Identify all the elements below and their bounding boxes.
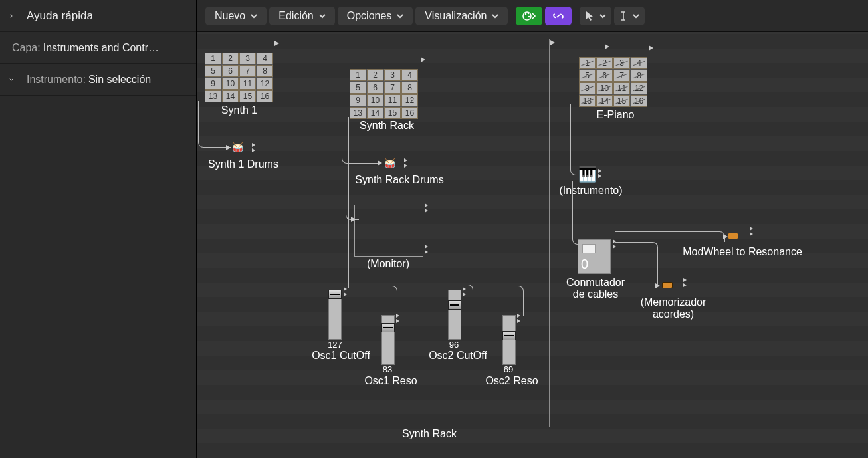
instrument-row[interactable]: Instrumento: Sin selección bbox=[0, 64, 196, 96]
chevron-down-icon bbox=[9, 74, 20, 85]
layer-row[interactable]: Capa: Instruments and Contr… bbox=[0, 32, 196, 64]
view-menu[interactable]: Visualización bbox=[415, 6, 508, 26]
channel-cell[interactable]: 11 bbox=[613, 82, 630, 94]
palette-icon bbox=[522, 10, 536, 22]
fader-thumb[interactable] bbox=[502, 331, 516, 340]
svg-point-2 bbox=[528, 12, 530, 14]
link-icon bbox=[552, 11, 565, 21]
pointer-icon bbox=[585, 11, 594, 21]
output-connector-icon bbox=[598, 169, 605, 178]
channel-cell[interactable]: 14 bbox=[596, 95, 613, 107]
environment-canvas[interactable]: Synth Rack 12345678910111213141516 Synth… bbox=[197, 32, 868, 458]
channel-cell[interactable]: 8 bbox=[631, 70, 647, 82]
channel-cell[interactable]: 6 bbox=[596, 70, 613, 82]
chevron-down-icon bbox=[251, 13, 257, 19]
cable-input-icon bbox=[226, 145, 231, 150]
synth-rack-frame-label: Synth Rack bbox=[396, 428, 463, 440]
output-triangle-icon bbox=[649, 45, 653, 51]
synth-rack-multi[interactable]: 12345678910111213141516 bbox=[350, 69, 418, 119]
channel-cell[interactable]: 4 bbox=[257, 53, 273, 64]
channel-cell[interactable]: 9 bbox=[205, 78, 221, 90]
channel-cell[interactable]: 16 bbox=[257, 90, 273, 102]
midi-thru-button[interactable] bbox=[515, 6, 543, 26]
output-triangle-icon bbox=[274, 41, 279, 46]
pointer-tool[interactable] bbox=[579, 6, 612, 26]
channel-cell[interactable]: 7 bbox=[613, 70, 630, 82]
channel-cell[interactable]: 9 bbox=[579, 82, 596, 94]
channel-cell[interactable]: 12 bbox=[257, 78, 273, 90]
channel-cell[interactable]: 3 bbox=[613, 57, 630, 69]
keyboard-icon: 🎹 bbox=[578, 166, 596, 183]
view-label: Visualización bbox=[425, 10, 487, 22]
channel-cell[interactable]: 5 bbox=[350, 82, 366, 94]
channel-cell[interactable]: 12 bbox=[631, 82, 647, 94]
channel-cell[interactable]: 6 bbox=[367, 82, 383, 94]
channel-cell[interactable]: 12 bbox=[401, 94, 418, 106]
synth1-multi[interactable]: 12345678910111213141516 bbox=[205, 53, 273, 102]
channel-cell[interactable]: 7 bbox=[239, 65, 256, 77]
switch-value: 0 bbox=[581, 257, 588, 272]
chevron-down-icon bbox=[599, 13, 606, 19]
channel-cell[interactable]: 4 bbox=[401, 69, 418, 81]
channel-cell[interactable]: 5 bbox=[579, 70, 596, 82]
channel-cell[interactable]: 8 bbox=[257, 65, 273, 77]
channel-cell[interactable]: 16 bbox=[401, 107, 418, 119]
channel-cell[interactable]: 10 bbox=[222, 78, 239, 90]
svg-point-0 bbox=[523, 12, 531, 20]
output-connector-icon bbox=[425, 245, 431, 254]
cable bbox=[351, 286, 524, 316]
osc2-cutoff-label: Osc2 CutOff bbox=[421, 350, 494, 362]
output-connector-icon bbox=[404, 158, 411, 168]
link-button[interactable] bbox=[544, 6, 572, 26]
memorizador-label: (Memorizador acordes) bbox=[630, 296, 716, 320]
channel-cell[interactable]: 2 bbox=[367, 69, 383, 81]
channel-cell[interactable]: 2 bbox=[222, 53, 239, 64]
e-piano-multi[interactable]: 12345678910111213141516 bbox=[579, 57, 647, 107]
cable bbox=[346, 117, 359, 220]
cable bbox=[198, 101, 231, 148]
channel-cell[interactable]: 1 bbox=[205, 53, 221, 64]
options-menu[interactable]: Opciones bbox=[337, 6, 414, 26]
channel-cell[interactable]: 6 bbox=[222, 65, 239, 77]
channel-cell[interactable]: 3 bbox=[384, 69, 401, 81]
output-triangle-icon bbox=[605, 44, 609, 49]
channel-cell[interactable]: 10 bbox=[367, 94, 383, 106]
channel-cell[interactable]: 9 bbox=[350, 94, 366, 106]
edit-menu[interactable]: Edición bbox=[269, 6, 335, 26]
monitor-label: (Monitor) bbox=[355, 258, 421, 270]
channel-cell[interactable]: 4 bbox=[631, 57, 647, 69]
monitor-object[interactable] bbox=[354, 205, 423, 257]
channel-cell[interactable]: 7 bbox=[384, 82, 401, 94]
cable-switcher[interactable]: 0 bbox=[578, 239, 611, 274]
channel-cell[interactable]: 5 bbox=[205, 65, 221, 77]
svg-point-1 bbox=[525, 13, 527, 15]
channel-cell[interactable]: 8 bbox=[401, 82, 418, 94]
channel-cell[interactable]: 16 bbox=[631, 95, 647, 107]
channel-cell[interactable]: 15 bbox=[613, 95, 630, 107]
new-menu[interactable]: Nuevo bbox=[205, 6, 267, 26]
channel-cell[interactable]: 11 bbox=[384, 94, 401, 106]
new-label: Nuevo bbox=[215, 10, 245, 22]
channel-cell[interactable]: 10 bbox=[596, 82, 613, 94]
channel-cell[interactable]: 13 bbox=[579, 95, 596, 107]
channel-cell[interactable]: 1 bbox=[579, 57, 596, 69]
channel-cell[interactable]: 11 bbox=[239, 78, 256, 90]
fader-thumb[interactable] bbox=[381, 323, 395, 332]
quick-help-row[interactable]: Ayuda rápida bbox=[0, 0, 196, 32]
osc1-cutoff-value: 127 bbox=[323, 340, 347, 350]
chevron-down-icon bbox=[319, 13, 326, 19]
osc1-reso-value: 83 bbox=[378, 364, 397, 374]
options-label: Opciones bbox=[347, 10, 392, 22]
channel-cell[interactable]: 1 bbox=[350, 69, 366, 81]
output-connector-icon bbox=[252, 143, 259, 152]
channel-cell[interactable]: 15 bbox=[384, 107, 401, 119]
text-tool[interactable] bbox=[613, 6, 645, 26]
channel-cell[interactable]: 15 bbox=[239, 90, 256, 102]
channel-cell[interactable]: 2 bbox=[596, 57, 613, 69]
channel-cell[interactable]: 3 bbox=[239, 53, 256, 64]
toolbar: Nuevo Edición Opciones Visualización bbox=[197, 0, 868, 32]
osc1-cutoff-label: Osc1 CutOff bbox=[304, 350, 378, 362]
osc2-cutoff-value: 96 bbox=[444, 340, 464, 350]
layer-value: Instruments and Contr… bbox=[43, 42, 159, 54]
cable-input-icon bbox=[655, 283, 660, 288]
